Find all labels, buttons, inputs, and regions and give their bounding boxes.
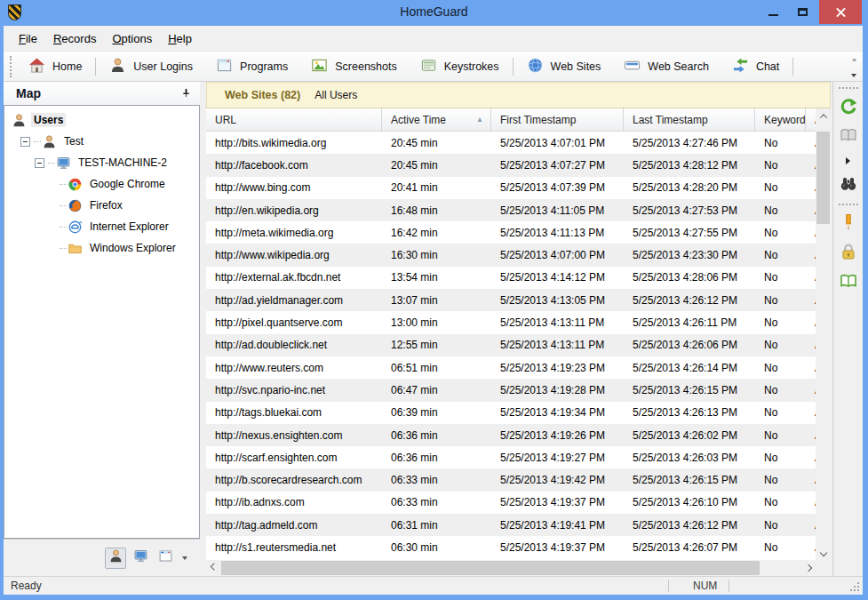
refresh-button[interactable]	[838, 97, 859, 118]
home-button[interactable]: Home	[17, 53, 93, 80]
menu-options[interactable]: Options	[104, 28, 160, 49]
table-row[interactable]: http://svc.npario-inc.net 06:47 min 5/25…	[206, 379, 816, 401]
cell-cutoff: A	[806, 379, 816, 401]
user-logins-button[interactable]: User Logins	[98, 53, 204, 80]
horizontal-scrollbar[interactable]	[206, 560, 816, 576]
window-view-button[interactable]	[155, 548, 176, 569]
cell-keywords: No	[755, 221, 806, 244]
table-row[interactable]: http://pixel.quantserve.com 13:00 min 5/…	[206, 311, 816, 333]
screenshots-button[interactable]: Screenshots	[299, 53, 408, 80]
table-row[interactable]: http://scarf.ensighten.com 06:36 min 5/2…	[206, 446, 816, 468]
tree-item-google-chrome[interactable]: Google Chrome	[4, 173, 199, 195]
strip-grip[interactable]	[839, 204, 858, 205]
cell-url: http://ib.adnxs.com	[206, 492, 382, 514]
horizontal-scroll-thumb[interactable]	[221, 561, 760, 575]
toolbar-overflow-button[interactable]: »	[847, 53, 861, 80]
menu-help[interactable]: Help	[160, 28, 200, 49]
lock-button[interactable]	[838, 243, 859, 264]
binoculars-icon	[840, 174, 857, 196]
panel-splitter[interactable]	[200, 82, 206, 576]
report-button[interactable]	[838, 126, 859, 148]
scroll-down-button[interactable]	[816, 545, 831, 560]
table-row[interactable]: http://nexus.ensighten.com 06:36 min 5/2…	[206, 424, 816, 446]
scroll-left-button[interactable]	[206, 560, 221, 576]
web-search-button[interactable]: Web Search	[612, 53, 721, 80]
log-book-button[interactable]	[838, 272, 859, 293]
tree-item-label: Test	[61, 134, 86, 148]
table-row[interactable]: http://ad.doubleclick.net 12:55 min 5/25…	[206, 334, 816, 356]
column-header-url[interactable]: URL	[206, 108, 382, 131]
maximize-button[interactable]	[787, 0, 817, 24]
programs-button[interactable]: Programs	[204, 53, 299, 80]
cell-active-time: 20:45 min	[382, 154, 491, 176]
cell-active-time: 16:30 min	[382, 244, 491, 266]
vertical-scrollbar[interactable]	[816, 108, 831, 560]
table-row[interactable]: http://en.wikipedia.org 16:48 min 5/25/2…	[206, 199, 816, 221]
chat-button[interactable]: Chat	[721, 53, 791, 80]
tree-item-windows-explorer[interactable]: Windows Explorer	[4, 237, 199, 259]
horizontal-scroll-track[interactable]	[221, 560, 800, 576]
collapse-expander-icon[interactable]	[20, 137, 30, 147]
menu-records[interactable]: Records	[45, 28, 104, 49]
column-header-keywords[interactable]: Keywords	[755, 108, 806, 131]
table-row[interactable]: http://b.scorecardresearch.com 06:33 min…	[206, 468, 816, 491]
cell-active-time: 06:31 min	[382, 514, 491, 536]
view-dropdown-icon[interactable]	[182, 556, 187, 560]
column-header-first-timestamp[interactable]: First Timestamp	[491, 108, 624, 131]
table-row[interactable]: http://s1.reutersmedia.net 06:30 min 5/2…	[206, 536, 816, 558]
table-row[interactable]: http://www.reuters.com 06:51 min 5/25/20…	[206, 356, 816, 379]
cell-url: http://svc.npario-inc.net	[206, 379, 382, 401]
user-view-button[interactable]	[105, 548, 126, 569]
tree-item-internet-explorer[interactable]: Internet Explorer	[4, 216, 199, 237]
strip-grip[interactable]	[839, 87, 858, 89]
window-view-icon	[158, 548, 173, 567]
tree-item-firefox[interactable]: Firefox	[4, 195, 199, 216]
collapse-expander-icon[interactable]	[35, 158, 44, 168]
scroll-right-button[interactable]	[800, 560, 816, 576]
cell-first-timestamp: 5/25/2013 4:13:11 PM	[491, 311, 624, 333]
table-row[interactable]: http://www.wikipedia.org 16:30 min 5/25/…	[206, 244, 816, 266]
cell-cutoff: A	[806, 402, 816, 424]
cell-last-timestamp: 5/25/2013 4:26:03 PM	[624, 446, 755, 468]
search-button[interactable]	[838, 174, 859, 196]
keystrokes-button[interactable]: Keystrokes	[409, 53, 511, 80]
table-row[interactable]: http://tags.bluekai.com 06:39 min 5/25/2…	[206, 402, 816, 424]
table-row[interactable]: http://ib.adnxs.com 06:33 min 5/25/2013 …	[206, 492, 816, 514]
expand-strip-button[interactable]	[838, 156, 859, 166]
pin-icon[interactable]	[181, 85, 191, 101]
table-row[interactable]: http://external.ak.fbcdn.net 13:54 min 5…	[206, 267, 816, 289]
table-row[interactable]: http://tag.admeld.com 06:31 min 5/25/201…	[206, 514, 816, 536]
table-row[interactable]: http://facebook.com 20:45 min 5/25/2013 …	[206, 154, 816, 176]
close-button[interactable]	[819, 0, 862, 24]
cell-first-timestamp: 5/25/2013 4:19:41 PM	[491, 514, 624, 536]
web-sites-button[interactable]: Web Sites	[515, 53, 613, 80]
title-bar: HomeGuard	[0, 0, 868, 26]
tree-item-test[interactable]: Test	[4, 131, 199, 152]
minimize-icon	[768, 14, 778, 16]
edit-button[interactable]	[838, 213, 859, 235]
table-row[interactable]: http://www.bing.com 20:41 min 5/25/2013 …	[206, 177, 816, 199]
cell-cutoff: A	[806, 356, 816, 379]
cell-cutoff: A	[806, 221, 816, 244]
overflow-dropdown-icon	[851, 74, 856, 77]
toolbar-grip[interactable]	[10, 56, 12, 77]
tree-item-users[interactable]: Users	[4, 109, 199, 131]
menu-file[interactable]: File	[11, 28, 45, 49]
table-row[interactable]: http://bits.wikimedia.org 20:45 min 5/25…	[206, 132, 816, 154]
column-header-last-timestamp[interactable]: Last Timestamp	[624, 108, 755, 131]
column-header-active-time[interactable]: Active Time▲	[382, 108, 491, 131]
table-row[interactable]: http://meta.wikimedia.org 16:42 min 5/25…	[206, 221, 816, 244]
cell-cutoff: A	[806, 514, 816, 536]
vertical-scroll-thumb[interactable]	[816, 132, 830, 224]
table-row[interactable]: http://ad.yieldmanager.com 13:07 min 5/2…	[206, 289, 816, 311]
computer-view-button[interactable]	[130, 548, 151, 569]
resize-grip[interactable]	[857, 589, 859, 591]
pencil-icon	[840, 213, 857, 235]
scroll-up-button[interactable]	[816, 108, 831, 124]
cell-url: http://www.reuters.com	[206, 356, 382, 379]
tree-connector	[60, 227, 67, 228]
tree-item-test-machine-2[interactable]: TEST-MACHINE-2	[4, 152, 199, 173]
cell-active-time: 13:54 min	[382, 267, 491, 289]
map-panel-header: Map	[4, 82, 200, 105]
minimize-button[interactable]	[760, 0, 786, 24]
